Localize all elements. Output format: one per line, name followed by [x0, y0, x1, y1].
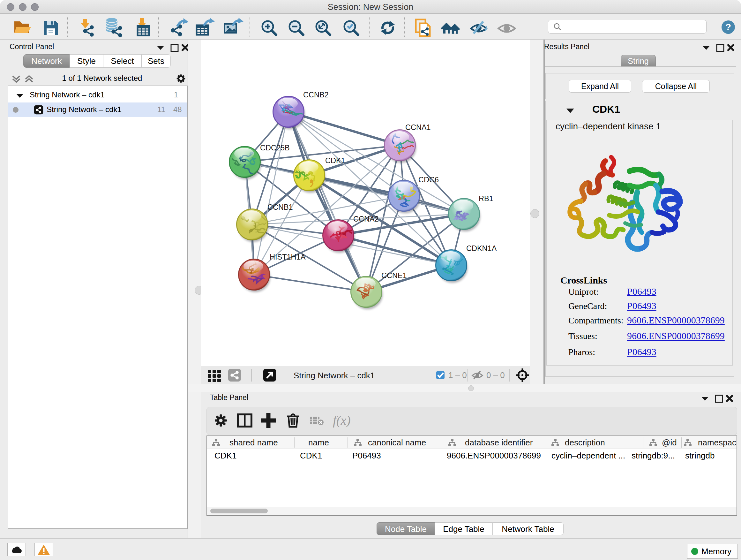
svg-text:CCNA2: CCNA2 [353, 215, 379, 223]
svg-text:CDC6: CDC6 [418, 176, 439, 184]
svg-text:?: ? [725, 22, 731, 32]
svg-text:1 – 0: 1 – 0 [448, 370, 467, 380]
svg-text:CDKN1A: CDKN1A [466, 244, 497, 253]
svg-text:0 – 0: 0 – 0 [486, 370, 505, 380]
svg-text:CCNE1: CCNE1 [381, 271, 407, 280]
svg-text:CCNB1: CCNB1 [267, 203, 293, 211]
svg-text:CCNA1: CCNA1 [405, 123, 431, 132]
svg-text:HIST1H1A: HIST1H1A [270, 253, 306, 261]
svg-text:CDK1: CDK1 [325, 157, 345, 165]
svg-text:CDC25B: CDC25B [260, 144, 290, 152]
svg-text:CCNB2: CCNB2 [303, 91, 329, 99]
svg-text:f(x): f(x) [333, 413, 351, 428]
svg-text:RB1: RB1 [479, 194, 493, 203]
